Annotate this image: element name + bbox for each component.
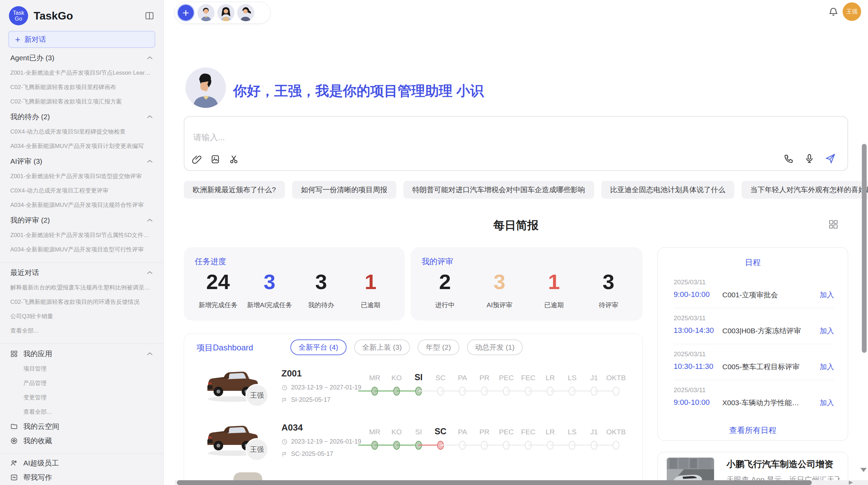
folder-icon — [10, 423, 18, 430]
section-agent-done[interactable]: Agent已办 (3) — [10, 50, 153, 66]
list-item[interactable]: C02-飞腾新能源轻客改款项目里程碑画布 — [10, 80, 153, 95]
scroll-right-arrow-icon[interactable] — [849, 481, 853, 485]
event-time: 13:00-14:30 — [674, 326, 714, 335]
tab-new-body[interactable]: 全新上装 (3) — [354, 339, 410, 355]
horizontal-scrollbar-thumb[interactable] — [177, 480, 812, 485]
composer-actions — [784, 153, 836, 164]
agent-avatar[interactable] — [197, 4, 215, 21]
list-item[interactable]: 公司Q3轻卡销量 — [10, 309, 153, 324]
divider — [0, 453, 164, 454]
project-date-range: 2023-12-19 ~ 2026-01-19 — [291, 438, 361, 445]
sidebar-header: Task Go TaskGo — [0, 0, 164, 27]
sidebar-item-change-mgmt[interactable]: 变更管理 — [10, 390, 153, 405]
scissors-icon[interactable] — [229, 154, 239, 164]
briefing-layout-icon[interactable] — [828, 219, 839, 229]
sidebar-item-ai-super-staff[interactable]: AI超级员工 — [10, 456, 153, 470]
logo-text-top: Task — [13, 10, 24, 16]
join-link[interactable]: 加入 — [820, 362, 834, 372]
milestone-label: OKTB — [602, 428, 630, 436]
paperclip-icon[interactable] — [192, 154, 202, 164]
list-item[interactable]: A034-全新新能源MUV产品开发项目计划变更表编写 — [10, 139, 153, 153]
event-date: 2025/03/11 — [674, 386, 706, 394]
list-item[interactable]: Z001-全新燃油轻卡产品开发项目SI节点属性5D文件评审 — [10, 228, 153, 242]
milestone-dot[interactable] — [613, 387, 619, 396]
vertical-scrollbar-thumb[interactable] — [862, 144, 867, 353]
collapse-sidebar-icon[interactable] — [144, 11, 155, 21]
apps-grid-icon — [10, 350, 18, 358]
agent-avatar[interactable] — [237, 4, 254, 21]
tab-year-model[interactable]: 年型 (2) — [418, 339, 459, 355]
section-ai-review[interactable]: AI评审 (3) — [10, 153, 153, 169]
card-title: 我的评审 — [422, 256, 453, 267]
stat-new-completed: 24 新增完成任务 — [197, 269, 239, 310]
composer-placeholder: 请输入... — [193, 132, 225, 143]
send-icon[interactable] — [825, 153, 836, 164]
project-row[interactable]: 王强 Z001 2023-12-19 ~ 2027-01-19 SI-2025-… — [184, 363, 642, 418]
suggestion-chip[interactable]: 欧洲新规最近颁布了什么? — [184, 181, 285, 199]
agent-avatar[interactable] — [217, 4, 234, 21]
event-time: 10:30-11:30 — [674, 362, 713, 371]
suggestion-chips: 欧洲新规最近颁布了什么? 如何写一份清晰的项目周报 特朗普可能对进口汽车增税会对… — [184, 181, 848, 199]
section-recent-chats[interactable]: 最近对话 — [10, 265, 153, 281]
list-item[interactable]: C0X4-动力总成开发项目SI里程碑提交物检查 — [10, 125, 153, 139]
app-root: Task Go TaskGo + 新对话 Agent已办 (3) Z001-全新… — [0, 0, 868, 485]
suggestion-chip[interactable]: 如何写一份清晰的项目周报 — [292, 181, 396, 199]
chat-composer[interactable]: 请输入... — [184, 116, 848, 171]
stat-new-ai-completed: 3 新增AI完成任务 — [247, 269, 292, 310]
tab-new-platform[interactable]: 全新平台 (4) — [290, 339, 347, 355]
tab-powertrain[interactable]: 动总开发 (1) — [467, 339, 523, 355]
microphone-icon[interactable] — [804, 153, 815, 164]
stat-my-todo: 3 我的待办 — [301, 269, 342, 310]
list-item[interactable]: C0X4-动力总成开发项目工程变更评审 — [10, 184, 153, 198]
phone-icon[interactable] — [784, 153, 794, 164]
sidebar-item-write-for-me[interactable]: 帮我写作 — [10, 470, 153, 485]
list-item[interactable]: Z001-全新燃油轻卡产品开发项目SI造型提交物评审 — [10, 169, 153, 184]
view-all-apps[interactable]: 查看全部... — [10, 405, 153, 419]
add-agent-button[interactable]: + — [177, 4, 195, 22]
stat-review-overdue: 1 已逾期 — [533, 269, 575, 310]
join-link[interactable]: 加入 — [820, 290, 834, 300]
chevron-up-icon[interactable] — [146, 351, 153, 356]
schedule-event: 2025/03/11 9:00-10:00 C001-立项审批会 加入 — [674, 272, 834, 308]
chevron-up-icon[interactable] — [146, 270, 153, 275]
project-row[interactable]: 王强 A034 2023-12-19 ~ 2026-01-19 SC-2025-… — [184, 418, 642, 472]
schedule-event: 2025/03/11 10:30-11:30 C005-整车工程目标评审 加入 — [674, 344, 834, 380]
horizontal-scrollbar[interactable] — [175, 480, 868, 485]
chevron-up-icon[interactable] — [146, 114, 153, 119]
suggestion-chip[interactable]: 特朗普可能对进口汽车增税会对中国车企造成哪些影响 — [403, 181, 594, 199]
sidebar-item-product-mgmt[interactable]: 产品管理 — [10, 376, 153, 390]
section-my-review[interactable]: 我的评审 (2) — [10, 212, 153, 228]
list-item[interactable]: A034-全新新能源MUV产品开发项目法规符合性评审 — [10, 198, 153, 212]
list-item[interactable]: C02-飞腾新能源轻客改款项目的闭环通告反馈情况 — [10, 295, 153, 309]
sidebar-item-cloud-space[interactable]: 我的云空间 — [10, 419, 153, 434]
user-avatar[interactable]: 王强 — [843, 2, 861, 21]
join-link[interactable]: 加入 — [820, 398, 834, 408]
view-all-chats[interactable]: 查看全部... — [10, 324, 153, 338]
view-all-schedule-link[interactable]: 查看所有日程 — [658, 425, 848, 436]
image-icon[interactable] — [210, 154, 220, 164]
stat-in-progress: 2 进行中 — [424, 269, 466, 310]
event-name: C005-整车工程目标评审 — [722, 362, 799, 372]
milestone-dot[interactable] — [613, 441, 619, 450]
notification-bell-icon[interactable] — [828, 6, 839, 17]
divider — [0, 344, 164, 344]
sidebar-item-favorites[interactable]: 我的收藏 — [10, 434, 153, 448]
section-my-apps[interactable]: 我的应用 — [10, 346, 153, 362]
suggestion-chip[interactable]: 比亚迪全固态电池计划具体说了什么 — [601, 181, 734, 199]
scroll-down-arrow-icon[interactable] — [860, 468, 867, 472]
suggestion-chip[interactable]: 当下年轻人对汽车外观有怎样的喜好趋势 — [742, 181, 868, 199]
chevron-up-icon[interactable] — [146, 55, 153, 60]
list-item[interactable]: A034-全新新能源MUV产品开发项目造型可行性评审 — [10, 242, 153, 257]
section-my-todo[interactable]: 我的待办 (2) — [10, 109, 153, 125]
join-link[interactable]: 加入 — [820, 326, 834, 336]
list-item[interactable]: 解释最新出台的欧盟报废车法规再生塑料比例被调至15%... — [10, 281, 153, 295]
chevron-up-icon[interactable] — [146, 159, 153, 164]
event-date: 2025/03/11 — [674, 278, 706, 286]
list-item[interactable]: C02-飞腾新能源轻客改款项目立项汇报方案 — [10, 95, 153, 109]
sidebar-item-project-mgmt[interactable]: 项目管理 — [10, 362, 153, 376]
chevron-up-icon[interactable] — [146, 218, 153, 223]
list-item[interactable]: Z001-全新燃油皮卡产品开发项目SI节点Lesson Learn报告 — [10, 66, 153, 80]
new-chat-button[interactable]: + 新对话 — [8, 31, 155, 48]
schedule-event: 2025/03/11 9:00-10:00 X003-车辆动力学性能验... 加… — [674, 380, 834, 416]
flag-icon — [281, 451, 288, 457]
